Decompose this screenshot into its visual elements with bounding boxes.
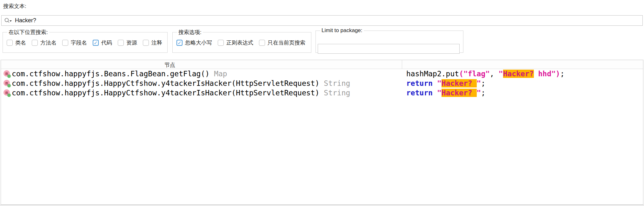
code-segment: return (406, 79, 433, 87)
checkbox-label: 只在当前页搜索 (268, 39, 305, 46)
node-signature: com.ctfshow.happyfjs.Beans.FlagBean.getF… (12, 70, 209, 78)
checkbox-unchecked-icon[interactable] (32, 40, 38, 46)
node-column-header[interactable]: 节点 (164, 61, 175, 69)
limit-to-package-group: Limit to package: (315, 27, 463, 53)
checkbox-注释[interactable]: 注释 (143, 39, 162, 46)
checkbox-只在当前页搜索[interactable]: 只在当前页搜索 (259, 39, 305, 46)
results-table: 节点 mcom.ctfshow.happyfjs.Beans.FlagBean.… (1, 60, 643, 205)
node-return-type: String (324, 79, 350, 87)
options-checkbox-row: ✓忽略大小写正则表达式只在当前页搜索 (176, 39, 307, 46)
method-icon: m (3, 89, 10, 96)
node-return-type: String (324, 89, 350, 97)
checkbox-label: 注释 (151, 39, 162, 46)
code-segment: return (406, 89, 433, 97)
limit-to-package-legend: Limit to package: (320, 27, 364, 34)
result-row[interactable]: mcom.ctfshow.happyfjs.HappyCtfshow.y4tac… (1, 88, 643, 98)
code-segment: hhd") (534, 70, 560, 78)
code-segment (433, 89, 437, 97)
checkbox-代码[interactable]: ✓代码 (93, 39, 112, 46)
checkbox-label: 资源 (126, 39, 137, 46)
checkbox-label: 类名 (15, 39, 26, 46)
checkbox-checked-icon[interactable]: ✓ (93, 40, 99, 46)
search-scope-legend: 在以下位置搜索: (7, 29, 49, 36)
checkbox-checked-icon[interactable]: ✓ (176, 40, 183, 46)
code-segment: " (437, 89, 442, 97)
checkbox-unchecked-icon[interactable] (143, 40, 149, 46)
code-segment: " (477, 89, 481, 97)
package-input[interactable] (318, 44, 460, 54)
code-segment (433, 79, 437, 87)
checkbox-label: 正则表达式 (226, 39, 253, 46)
search-match-highlight: Hacker? (442, 79, 477, 87)
code-segment: ; (560, 70, 565, 78)
code-segment: ("flag" (459, 70, 490, 78)
code-segment: hashMap2.put (406, 70, 459, 78)
search-scope-group: 在以下位置搜索: 类名方法名字段名✓代码资源注释 (3, 29, 168, 53)
public-access-dot-icon (7, 74, 11, 78)
checkbox-label: 代码 (101, 39, 112, 46)
search-options-group: 搜索选项: ✓忽略大小写正则表达式只在当前页搜索 (172, 29, 311, 53)
node-return-type: Map (214, 70, 227, 78)
code-segment: , (490, 70, 499, 78)
bottom-strip (0, 205, 644, 206)
column-divider[interactable] (402, 60, 402, 69)
search-match-highlight: Hacker? (503, 70, 534, 78)
checkbox-unchecked-icon[interactable] (62, 40, 68, 46)
public-access-dot-icon (7, 93, 11, 97)
result-row[interactable]: mcom.ctfshow.happyfjs.Beans.FlagBean.get… (1, 69, 643, 79)
code-preview: return "Hacker? "; (406, 89, 485, 97)
checkbox-unchecked-icon[interactable] (218, 40, 224, 46)
search-input[interactable]: Hacker? (1, 15, 643, 26)
search-icon[interactable] (4, 17, 12, 24)
code-segment: " (499, 70, 503, 78)
checkbox-忽略大小写[interactable]: ✓忽略大小写 (176, 39, 212, 46)
checkbox-label: 忽略大小写 (185, 39, 212, 46)
search-options-legend: 搜索选项: (177, 29, 203, 36)
search-query-value: Hacker? (15, 17, 36, 24)
results-rows: mcom.ctfshow.happyfjs.Beans.FlagBean.get… (1, 69, 643, 98)
search-match-highlight: Hacker? (442, 89, 477, 97)
checkbox-unchecked-icon[interactable] (7, 40, 13, 46)
code-segment: ; (481, 79, 485, 87)
checkbox-unchecked-icon[interactable] (259, 40, 265, 46)
checkbox-类名[interactable]: 类名 (7, 39, 26, 46)
method-icon: m (3, 70, 10, 77)
checkbox-正则表达式[interactable]: 正则表达式 (218, 39, 253, 46)
search-text-label: 搜索文本: (3, 3, 26, 10)
code-segment: ; (481, 89, 485, 97)
node-signature: com.ctfshow.happyfjs.HappyCtfshow.y4tack… (12, 89, 319, 97)
checkbox-方法名[interactable]: 方法名 (32, 39, 56, 46)
checkbox-资源[interactable]: 资源 (118, 39, 137, 46)
results-table-header[interactable]: 节点 (1, 60, 643, 69)
result-row[interactable]: mcom.ctfshow.happyfjs.HappyCtfshow.y4tac… (1, 79, 643, 88)
method-icon: m (3, 80, 10, 87)
code-preview: return "Hacker? "; (406, 79, 485, 87)
public-access-dot-icon (7, 84, 11, 87)
code-preview: hashMap2.put("flag", "Hacker? hhd"); (406, 70, 565, 78)
code-segment: " (477, 79, 481, 87)
checkbox-label: 方法名 (40, 39, 56, 46)
checkbox-label: 字段名 (71, 39, 87, 46)
checkbox-字段名[interactable]: 字段名 (62, 39, 87, 46)
node-signature: com.ctfshow.happyfjs.HappyCtfshow.y4tack… (12, 79, 319, 87)
scope-checkbox-row: 类名方法名字段名✓代码资源注释 (7, 39, 163, 46)
code-segment: " (437, 79, 442, 87)
checkbox-unchecked-icon[interactable] (118, 40, 124, 46)
